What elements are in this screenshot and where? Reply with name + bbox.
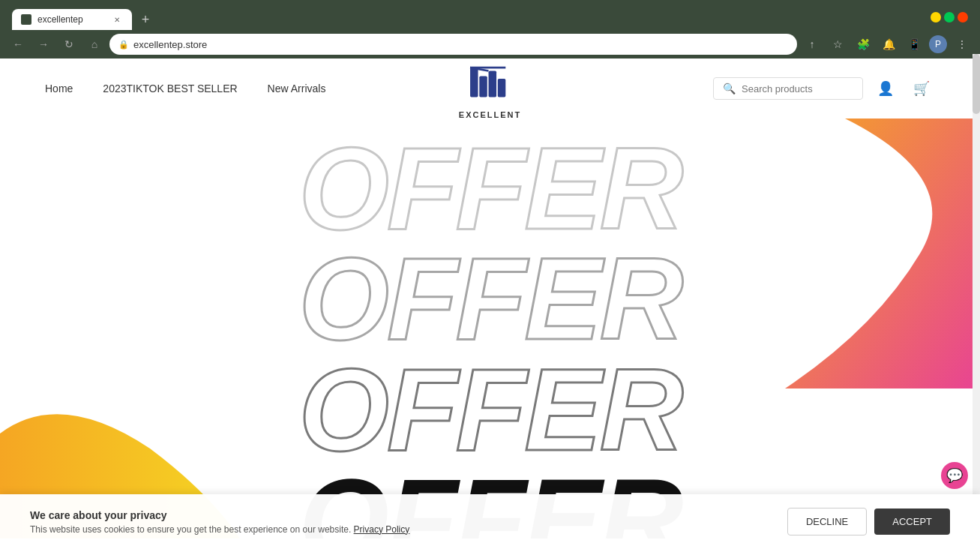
browser-chrome: excellentep ✕ + — [0, 0, 980, 30]
hero-section: OFFER OFFER OFFER OFFER — [0, 118, 980, 538]
svg-rect-1 — [480, 76, 488, 98]
nav-home[interactable]: Home — [45, 82, 73, 94]
address-bar-row: ← → ↻ ⌂ 🔒 excellentep.store ↑ ☆ 🧩 🔔 📱 P … — [0, 30, 980, 58]
browser-action-buttons: ↑ ☆ 🧩 🔔 📱 P ⋮ — [802, 34, 973, 55]
svg-rect-2 — [489, 71, 497, 98]
forward-button[interactable]: → — [33, 34, 54, 55]
cast-button[interactable]: 📱 — [904, 34, 925, 55]
logo-icon — [464, 58, 517, 110]
home-button[interactable]: ⌂ — [84, 34, 105, 55]
back-button[interactable]: ← — [7, 34, 28, 55]
privacy-policy-link[interactable]: Privacy Policy — [354, 524, 410, 535]
window-controls — [931, 12, 968, 22]
chat-widget-button[interactable]: 💬 — [941, 462, 968, 489]
menu-button[interactable]: ⋮ — [952, 34, 973, 55]
new-tab-button[interactable]: + — [135, 9, 156, 30]
address-bar[interactable]: 🔒 excellentep.store — [109, 34, 797, 55]
lock-icon: 🔒 — [118, 40, 129, 50]
refresh-button[interactable]: ↻ — [58, 34, 79, 55]
website-content: Home 2023TIKTOK BEST SELLER New Arrivals… — [0, 58, 980, 538]
cart-icon: 🛒 — [913, 80, 930, 97]
bookmark-button[interactable]: ☆ — [827, 34, 848, 55]
nav-tiktok-seller[interactable]: 2023TIKTOK BEST SELLER — [103, 82, 237, 94]
site-header: Home 2023TIKTOK BEST SELLER New Arrivals… — [0, 58, 980, 118]
active-tab[interactable]: excellentep ✕ — [12, 9, 132, 30]
search-input[interactable] — [742, 83, 853, 94]
offer-line-1: OFFER — [298, 134, 681, 244]
chat-icon: 💬 — [946, 467, 963, 484]
cart-button[interactable]: 🛒 — [908, 75, 935, 102]
main-nav: Home 2023TIKTOK BEST SELLER New Arrivals — [45, 82, 325, 94]
tab-title: excellentep — [37, 14, 83, 25]
profile-avatar[interactable]: P — [929, 35, 947, 53]
svg-rect-0 — [470, 68, 478, 97]
cookie-banner: We care about your privacy This website … — [0, 494, 980, 549]
cookie-description: This website uses cookies to ensure you … — [30, 524, 787, 535]
header-right: 🔍 👤 🛒 — [713, 75, 935, 102]
account-icon: 👤 — [877, 80, 894, 97]
minimize-button[interactable] — [931, 12, 941, 22]
svg-rect-3 — [498, 79, 506, 98]
logo-text: EXCELLENT — [459, 110, 521, 119]
offer-text-stack: OFFER OFFER OFFER OFFER — [0, 134, 980, 538]
share-button[interactable]: ↑ — [802, 34, 823, 55]
maximize-button[interactable] — [944, 12, 955, 22]
search-icon: 🔍 — [723, 82, 736, 94]
tab-bar: excellentep ✕ + — [6, 4, 162, 30]
cookie-title: We care about your privacy — [30, 509, 787, 521]
extensions-button[interactable]: 🧩 — [853, 34, 874, 55]
decline-button[interactable]: DECLINE — [787, 508, 867, 536]
offer-line-3: OFFER — [298, 355, 681, 465]
url-text: excellentep.store — [133, 39, 207, 50]
search-bar[interactable]: 🔍 — [713, 77, 863, 100]
close-button[interactable] — [958, 12, 968, 22]
nav-new-arrivals[interactable]: New Arrivals — [268, 82, 326, 94]
tab-close-button[interactable]: ✕ — [111, 14, 123, 26]
notifications-button[interactable]: 🔔 — [878, 34, 899, 55]
accept-button[interactable]: ACCEPT — [874, 508, 950, 535]
site-logo[interactable]: EXCELLENT — [459, 58, 521, 119]
cookie-buttons: DECLINE ACCEPT — [787, 508, 950, 536]
offer-line-2: OFFER — [298, 244, 681, 354]
tab-favicon — [21, 14, 31, 25]
cookie-text: We care about your privacy This website … — [30, 509, 787, 535]
account-button[interactable]: 👤 — [872, 75, 899, 102]
